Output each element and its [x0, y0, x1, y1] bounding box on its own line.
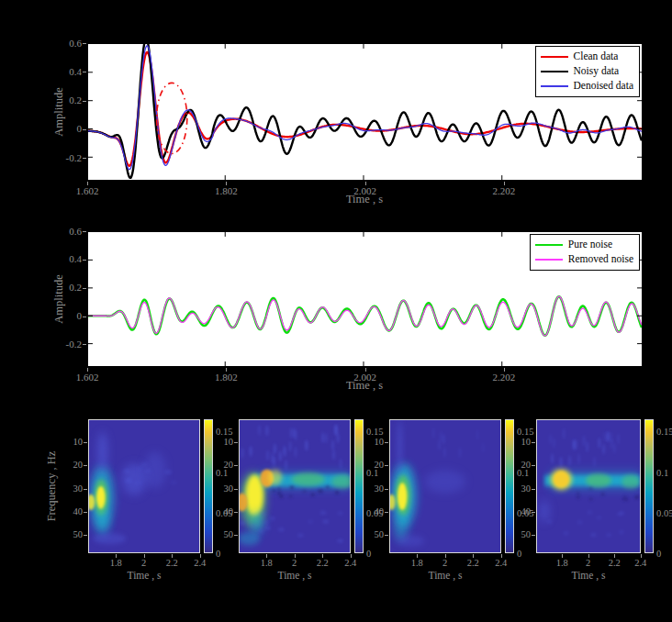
time-tick-label: 2.2 [317, 558, 329, 569]
heat-texture [442, 434, 445, 445]
time-tick-label: 2.4 [634, 558, 646, 569]
time-tick-mark [473, 554, 474, 558]
heat-texture [335, 491, 339, 494]
x-tick-label: 2.202 [492, 185, 515, 197]
y-tick-label: 0.4 [43, 66, 82, 78]
x-tick-mark [226, 182, 227, 185]
heat-texture [610, 432, 612, 443]
freq-tick-label: 40 [62, 506, 83, 517]
freq-tick-label: 10 [62, 437, 83, 448]
heat-blob [622, 475, 640, 489]
heat-texture [613, 443, 616, 454]
time-tick-label: 2.4 [194, 558, 206, 569]
heat-blob [93, 533, 126, 544]
heat-texture [293, 428, 296, 439]
scalogram-denoised-image [390, 420, 500, 552]
heat-texture [443, 447, 446, 458]
x-axis-label-time-scalogram: Time , s [278, 570, 312, 581]
freq-tick-mark [234, 535, 238, 536]
heat-texture [277, 492, 281, 495]
y-tick-mark [83, 158, 86, 159]
freq-tick-mark [532, 465, 535, 466]
freq-tick-mark [385, 465, 388, 466]
freq-tick-label: 10 [364, 437, 384, 448]
heat-blob [292, 472, 325, 486]
time-tick-mark [295, 554, 296, 558]
heat-texture [622, 497, 625, 501]
heat-texture [596, 516, 601, 520]
legend-line-sample [541, 56, 568, 58]
heat-texture [586, 441, 588, 452]
heat-texture [277, 487, 281, 491]
legend-entry: Denoised data [541, 79, 633, 94]
time-tick-label: 1.8 [411, 558, 423, 569]
heat-texture [302, 490, 306, 494]
y-tick-mark [83, 231, 86, 232]
heat-texture [588, 487, 592, 491]
heat-texture [279, 450, 282, 461]
heat-texture [326, 485, 330, 489]
x-tick-label: 1.602 [76, 372, 99, 383]
time-tick-label: 2.2 [609, 558, 621, 569]
time-tick-mark [144, 554, 145, 558]
time-tick-mark [614, 554, 615, 558]
heat-blob [586, 473, 611, 487]
y-tick-mark [83, 101, 86, 102]
y-tick-mark [83, 43, 86, 44]
colorbar-tick-label: 0 [366, 550, 371, 560]
heat-texture [297, 533, 304, 538]
freq-tick-label: 50 [510, 529, 531, 540]
colorbar [354, 419, 364, 553]
time-tick-label: 1.8 [556, 558, 568, 569]
heat-blob [96, 486, 106, 509]
heat-texture [476, 429, 479, 440]
heat-texture [634, 495, 638, 499]
heat-texture [619, 530, 624, 535]
freq-tick-label: 40 [213, 506, 233, 517]
heat-texture [593, 456, 596, 467]
y-tick-label: 0.4 [43, 253, 82, 265]
heat-texture [311, 493, 315, 496]
y-tick-mark [83, 72, 86, 72]
heat-texture [305, 440, 308, 451]
freq-tick-mark [532, 535, 535, 536]
time-tick-mark [417, 554, 418, 558]
heat-blob [397, 535, 424, 546]
freq-tick-mark [532, 512, 535, 513]
y-tick-mark [83, 288, 86, 289]
scalogram-denoised [389, 419, 501, 553]
heat-texture [337, 432, 340, 443]
freq-tick-label: 40 [364, 506, 384, 517]
freq-tick-label: 50 [364, 529, 384, 540]
heat-blob [550, 468, 573, 491]
colorbar [644, 419, 654, 553]
freq-tick-label: 20 [510, 460, 531, 471]
freq-tick-mark [84, 465, 87, 466]
colorbar-tick-label: 0.15 [656, 428, 672, 438]
x-tick-mark [504, 368, 505, 372]
heat-texture [266, 450, 269, 461]
heat-texture [170, 480, 177, 485]
time-tick-mark [562, 554, 563, 558]
time-tick-mark [501, 554, 502, 558]
time-tick-mark [266, 554, 267, 558]
time-tick-mark [116, 554, 117, 558]
heat-texture [563, 428, 566, 439]
heat-texture [123, 469, 130, 474]
time-tick-mark [172, 554, 173, 558]
scalogram-clean [88, 419, 200, 553]
heat-texture [285, 460, 287, 471]
freq-tick-label: 40 [510, 506, 531, 517]
heat-texture [134, 480, 141, 485]
colorbar-tick-label: 0.05 [656, 509, 672, 519]
freq-tick-mark [84, 512, 87, 513]
freq-tick-label: 10 [510, 437, 531, 448]
freq-tick-label: 30 [62, 483, 83, 494]
heat-texture [598, 438, 600, 449]
freq-tick-mark [385, 489, 388, 490]
time-tick-label: 1.8 [110, 558, 122, 569]
legend-entry: Pure noise [535, 238, 633, 252]
heat-texture [319, 489, 323, 493]
heat-texture [258, 425, 261, 436]
y-tick-label: -0.2 [43, 152, 82, 164]
